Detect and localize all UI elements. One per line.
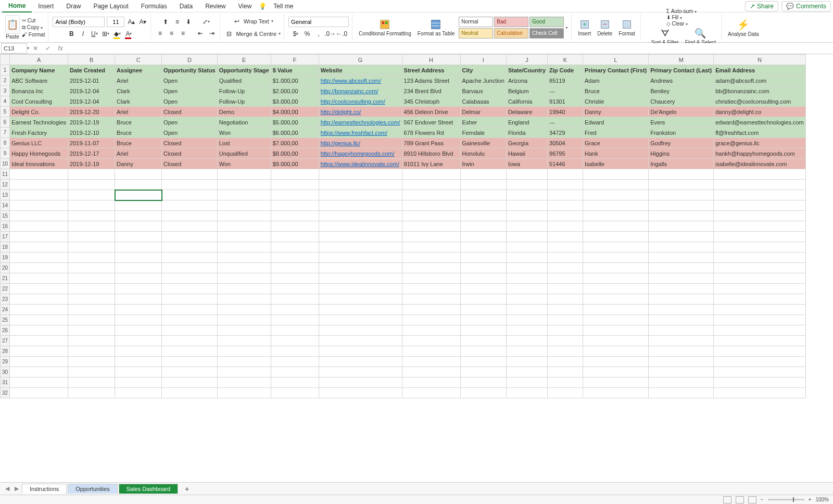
empty-cell[interactable] <box>649 273 714 284</box>
empty-cell[interactable] <box>506 357 547 367</box>
empty-cell[interactable] <box>649 357 714 367</box>
empty-cell[interactable] <box>548 263 583 273</box>
empty-cell[interactable] <box>460 263 506 273</box>
empty-cell[interactable] <box>319 211 402 221</box>
empty-cell[interactable] <box>217 315 271 325</box>
empty-cell[interactable] <box>271 336 319 346</box>
empty-cell[interactable] <box>319 336 402 346</box>
empty-cell[interactable] <box>271 200 319 211</box>
empty-cell[interactable] <box>271 169 319 180</box>
empty-cell[interactable] <box>402 357 460 367</box>
tell-me[interactable]: Tell me <box>267 1 299 12</box>
data-cell[interactable]: 8910 Hillsboro Blvd <box>402 148 460 159</box>
empty-cell[interactable] <box>548 357 583 367</box>
data-cell[interactable]: Bruce <box>115 117 162 128</box>
empty-cell[interactable] <box>649 221 714 232</box>
empty-cell[interactable] <box>115 221 162 232</box>
align-center-icon[interactable]: ≡ <box>167 29 176 38</box>
empty-cell[interactable] <box>10 294 68 305</box>
empty-cell[interactable] <box>319 284 402 294</box>
empty-cell[interactable] <box>162 211 218 221</box>
row-header[interactable]: 4 <box>1 96 10 107</box>
align-middle-icon[interactable]: ≡ <box>172 17 182 27</box>
empty-cell[interactable] <box>10 346 68 357</box>
align-left-icon[interactable]: ≡ <box>155 29 165 38</box>
orientation-icon[interactable]: ⤢▾ <box>201 17 211 27</box>
empty-cell[interactable] <box>506 169 547 180</box>
empty-cell[interactable] <box>649 253 714 263</box>
style-normal[interactable]: Normal <box>459 17 493 27</box>
empty-cell[interactable] <box>271 325 319 336</box>
menu-tab-home[interactable]: Home <box>2 0 32 12</box>
data-cell[interactable]: 234 Brent Blvd <box>402 86 460 96</box>
sheet-tab-instructions[interactable]: Instructions <box>22 484 67 494</box>
data-cell[interactable]: Ariel <box>115 75 162 86</box>
share-button[interactable]: ↗Share <box>745 1 778 11</box>
empty-cell[interactable] <box>714 336 806 346</box>
empty-cell[interactable] <box>548 253 583 263</box>
sheet-tab-sales-dashboard[interactable]: Sales Dashboard <box>119 484 178 494</box>
empty-cell[interactable] <box>714 200 806 211</box>
website-link[interactable]: http://genius.llc/ <box>321 140 360 146</box>
empty-cell[interactable] <box>506 325 547 336</box>
empty-cell[interactable] <box>10 377 68 388</box>
col-header-L[interactable]: L <box>583 55 649 65</box>
empty-cell[interactable] <box>583 377 649 388</box>
data-cell[interactable]: http://genius.llc/ <box>319 138 402 148</box>
empty-cell[interactable] <box>583 200 649 211</box>
data-cell[interactable]: Fresh Factory <box>10 128 68 138</box>
insert-cell-button[interactable]: +Insert <box>576 18 593 37</box>
row-header[interactable]: 31 <box>1 377 10 388</box>
empty-cell[interactable] <box>714 367 806 377</box>
empty-cell[interactable] <box>649 315 714 325</box>
data-cell[interactable]: isabelle@idealinnovate.com <box>714 159 806 169</box>
data-cell[interactable]: ABC Software <box>10 75 68 86</box>
empty-cell[interactable] <box>115 169 162 180</box>
zoom-out-button[interactable]: − <box>761 497 764 502</box>
empty-cell[interactable] <box>402 253 460 263</box>
data-cell[interactable]: Christie <box>583 96 649 107</box>
empty-cell[interactable] <box>271 294 319 305</box>
empty-cell[interactable] <box>460 253 506 263</box>
empty-cell[interactable] <box>402 325 460 336</box>
empty-cell[interactable] <box>162 346 218 357</box>
empty-cell[interactable] <box>583 273 649 284</box>
data-cell[interactable]: Follow-Up <box>217 86 271 96</box>
data-cell[interactable]: adam@abcsoft.com <box>714 75 806 86</box>
data-cell[interactable]: 2019-12-10 <box>68 128 115 138</box>
row-header[interactable]: 32 <box>1 388 10 398</box>
empty-cell[interactable] <box>115 346 162 357</box>
empty-cell[interactable] <box>460 325 506 336</box>
empty-cell[interactable] <box>460 273 506 284</box>
data-cell[interactable]: Barvaux <box>460 86 506 96</box>
empty-cell[interactable] <box>506 180 547 190</box>
empty-cell[interactable] <box>217 180 271 190</box>
empty-cell[interactable] <box>460 242 506 253</box>
data-cell[interactable]: Genius LLC <box>10 138 68 148</box>
data-cell[interactable]: Won <box>217 159 271 169</box>
align-bottom-icon[interactable]: ⬇ <box>184 17 193 27</box>
empty-cell[interactable] <box>402 336 460 346</box>
empty-cell[interactable] <box>714 284 806 294</box>
empty-cell[interactable] <box>714 221 806 232</box>
empty-cell[interactable] <box>115 180 162 190</box>
data-cell[interactable]: Ferndale <box>460 128 506 138</box>
empty-cell[interactable] <box>506 284 547 294</box>
website-link[interactable]: http://happyhomegoods.com/ <box>321 150 395 157</box>
data-cell[interactable]: $7.000,00 <box>271 138 319 148</box>
data-cell[interactable]: Arizona <box>506 75 547 86</box>
data-cell[interactable]: Danny <box>115 159 162 169</box>
empty-cell[interactable] <box>548 336 583 346</box>
data-cell[interactable]: Chaucery <box>649 96 714 107</box>
delete-cell-button[interactable]: −Delete <box>595 18 614 37</box>
empty-cell[interactable] <box>460 294 506 305</box>
empty-cell[interactable] <box>162 232 218 242</box>
data-cell[interactable]: 2019-12-04 <box>68 86 115 96</box>
data-cell[interactable]: http://happyhomegoods.com/ <box>319 148 402 159</box>
data-cell[interactable]: 456 Deleon Drive <box>402 107 460 117</box>
empty-cell[interactable] <box>217 169 271 180</box>
data-cell[interactable]: Demo <box>217 107 271 117</box>
data-cell[interactable]: $1.000,00 <box>271 75 319 86</box>
empty-cell[interactable] <box>649 232 714 242</box>
header-cell[interactable]: Street Address <box>402 65 460 75</box>
